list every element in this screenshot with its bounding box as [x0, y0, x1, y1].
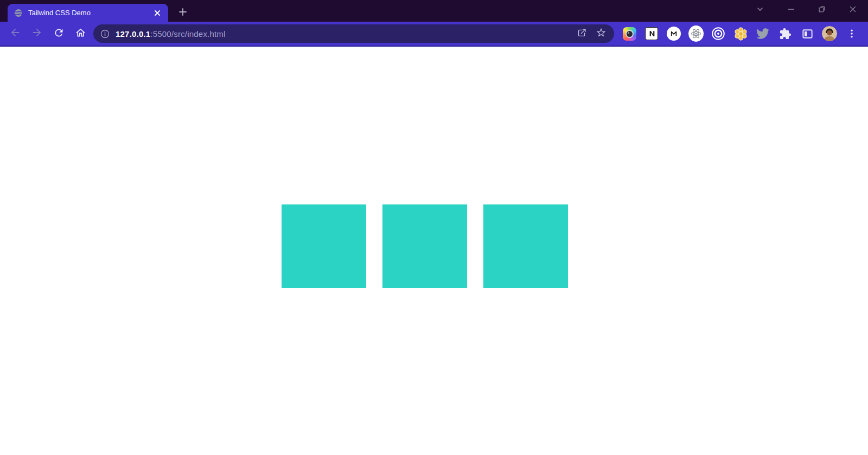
window-controls: [744, 0, 868, 21]
tab-close-icon[interactable]: [152, 8, 163, 18]
close-icon: [849, 5, 857, 15]
chevron-down-icon: [756, 5, 764, 15]
url-path: :5500/src/index.html: [150, 29, 225, 39]
camera-lens-extension-icon[interactable]: [622, 26, 637, 41]
notion-extension-icon[interactable]: [644, 26, 659, 41]
home-button[interactable]: [69, 24, 91, 43]
teal-square: [282, 204, 366, 288]
profile-avatar[interactable]: [822, 26, 837, 41]
page-content: [0, 47, 868, 454]
bookmark-button[interactable]: [591, 25, 611, 42]
url-host: 127.0.0.1: [116, 29, 150, 39]
teal-square: [382, 204, 467, 288]
minimize-icon: [787, 5, 795, 15]
side-panel-icon[interactable]: [800, 26, 815, 41]
tab-search-button[interactable]: [744, 0, 775, 21]
twitter-bird-extension-icon[interactable]: [755, 26, 770, 41]
back-button[interactable]: [4, 24, 26, 43]
plus-icon: [178, 8, 187, 18]
forward-button[interactable]: [26, 24, 48, 43]
restore-icon: [818, 5, 826, 15]
squares-row: [0, 47, 859, 288]
browser-toolbar: 127.0.0.1:5500/src/index.html: [0, 22, 868, 47]
more-menu-icon[interactable]: [844, 26, 859, 41]
restore-button[interactable]: [806, 0, 837, 21]
new-tab-button[interactable]: [175, 5, 191, 21]
arrow-left-icon: [9, 27, 21, 41]
share-button[interactable]: [572, 25, 591, 42]
star-icon: [596, 27, 607, 40]
site-info-icon[interactable]: [100, 29, 110, 39]
extensions-puzzle-icon[interactable]: [777, 26, 793, 41]
share-icon: [577, 28, 587, 40]
address-bar[interactable]: 127.0.0.1:5500/src/index.html: [93, 24, 614, 43]
honeycomb-flower-extension-icon[interactable]: [733, 26, 748, 41]
teal-square: [483, 204, 568, 288]
minimize-button[interactable]: [775, 0, 806, 21]
close-window-button[interactable]: [837, 0, 868, 21]
concentric-circles-extension-icon[interactable]: [711, 26, 726, 41]
url-text: 127.0.0.1:5500/src/index.html: [116, 29, 572, 39]
reload-icon: [53, 27, 65, 41]
browser-window: Tailwind CSS Demo: [0, 0, 868, 455]
globe-icon: [14, 9, 23, 17]
arrow-right-icon: [31, 27, 43, 41]
home-icon: [75, 27, 86, 41]
mail-m-extension-icon[interactable]: [666, 26, 681, 41]
tab-strip: Tailwind CSS Demo: [0, 0, 868, 22]
extensions-area: [618, 26, 864, 41]
react-devtools-extension-icon[interactable]: [688, 26, 704, 41]
tab-title: Tailwind CSS Demo: [28, 9, 152, 17]
browser-tab[interactable]: Tailwind CSS Demo: [8, 4, 168, 22]
reload-button[interactable]: [48, 24, 69, 43]
